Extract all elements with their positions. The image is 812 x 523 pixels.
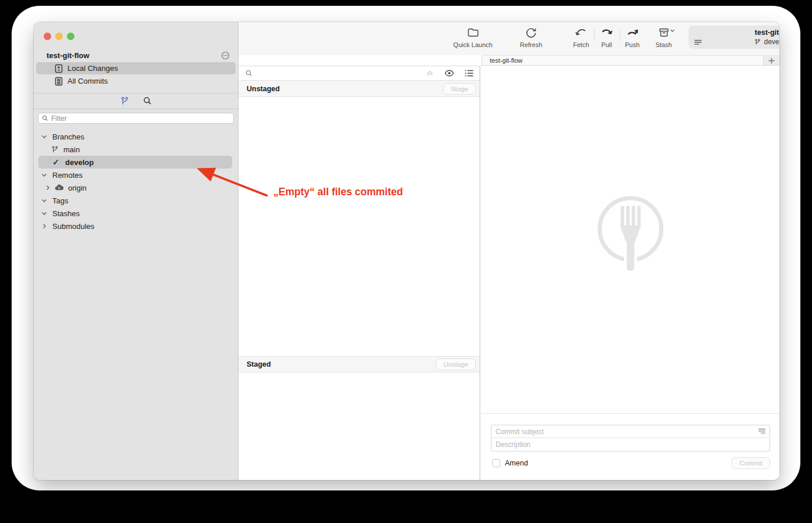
tree-group-tags[interactable]: Tags <box>34 194 238 207</box>
chevron-right-icon[interactable] <box>43 185 52 191</box>
add-tab-button[interactable] <box>763 56 779 65</box>
tree-item-origin[interactable]: origin <box>34 181 238 194</box>
amend-checkbox[interactable] <box>492 459 500 467</box>
toolbar-button-label: Quick Launch <box>453 41 492 48</box>
stash-dropdown-chevron-icon[interactable] <box>670 29 675 33</box>
tree-group-submodules[interactable]: Submodules <box>34 220 238 232</box>
stage-button[interactable]: Stage <box>443 83 476 95</box>
chevron-down-icon[interactable] <box>40 135 49 139</box>
toolbar: Quick Launch Refresh Fetch Pull <box>238 22 779 55</box>
toolbar-button-label: Stash <box>656 41 672 48</box>
amend-label: Amend <box>505 459 732 467</box>
repo-tab-strip: test-git-flow <box>482 55 779 66</box>
fetch-button[interactable]: Fetch <box>569 26 593 48</box>
chevron-down-icon[interactable] <box>40 173 49 177</box>
refresh-button[interactable]: Refresh <box>512 26 550 48</box>
tree-group-label: Remotes <box>52 171 83 180</box>
branch-filter-field[interactable] <box>38 113 234 124</box>
commit-description-input[interactable] <box>492 440 770 449</box>
stash-icon <box>658 26 669 40</box>
minimize-window-button[interactable] <box>55 33 63 40</box>
tree-group-branches[interactable]: Branches <box>34 130 238 143</box>
tree-group-label: Submodules <box>52 222 94 231</box>
sidebar-item-label: Local Changes <box>67 64 118 73</box>
branch-tree: Branches main ✓ develop Remotes or <box>34 130 238 232</box>
tree-group-label: Tags <box>52 196 68 205</box>
fork-logo-icon <box>596 193 665 286</box>
tree-group-stashes[interactable]: Stashes <box>34 207 238 220</box>
pull-button[interactable]: Pull <box>598 26 615 48</box>
filter-input[interactable] <box>51 114 230 123</box>
current-repo-title: test-git-flow <box>689 28 779 37</box>
commit-area: Amend Commit <box>482 413 779 480</box>
close-window-button[interactable] <box>44 33 51 40</box>
window-controls <box>44 33 74 40</box>
unstage-button[interactable]: Unstage <box>436 359 476 370</box>
toolbar-button-label: Refresh <box>520 41 543 48</box>
empty-state-area <box>482 66 779 413</box>
push-icon <box>626 26 639 40</box>
tree-group-label: Stashes <box>52 209 80 218</box>
commit-subject-input[interactable] <box>492 428 770 436</box>
page-background: test-git-flow Local Changes All Commits <box>0 0 812 523</box>
branch-icon <box>754 38 761 46</box>
unstaged-title: Unstaged <box>247 85 443 93</box>
search-icon <box>42 115 48 121</box>
sidebar-item-local-changes[interactable]: Local Changes <box>36 62 236 74</box>
repo-switcher-widget[interactable]: test-git-flow develop <box>689 26 779 49</box>
branches-mode-tab-icon[interactable] <box>120 96 129 106</box>
push-button[interactable]: Push <box>622 26 643 48</box>
pull-icon <box>600 26 613 40</box>
tree-item-main[interactable]: main <box>34 143 238 156</box>
tree-group-label: Branches <box>52 132 84 141</box>
all-commits-icon <box>55 77 63 86</box>
tree-group-remotes[interactable]: Remotes <box>34 169 238 181</box>
repo-tab-active[interactable]: test-git-flow <box>482 56 763 65</box>
tab-label: test-git-flow <box>490 57 522 64</box>
unstaged-file-list[interactable] <box>238 97 479 356</box>
commit-templates-icon[interactable] <box>758 428 766 435</box>
quick-launch-button[interactable]: Quick Launch <box>448 26 498 48</box>
current-branch-selector[interactable]: develop <box>689 38 779 46</box>
collapse-all-icon[interactable] <box>426 70 434 77</box>
search-mode-tab-icon[interactable] <box>143 96 152 105</box>
view-options-list-icon[interactable] <box>465 70 473 77</box>
repo-options-icon[interactable] <box>221 51 230 60</box>
chevron-right-icon[interactable] <box>40 223 49 229</box>
repo-list-icon[interactable] <box>694 40 702 45</box>
chevron-down-icon[interactable] <box>40 199 49 203</box>
sidebar: test-git-flow Local Changes All Commits <box>34 22 238 480</box>
commit-message-box <box>491 425 770 452</box>
toolbar-button-label: Push <box>625 41 639 48</box>
fork-app-window: test-git-flow Local Changes All Commits <box>34 22 779 480</box>
current-branch-name: develop <box>764 38 779 46</box>
changes-panel: Unstaged Stage Staged Unstage <box>238 66 480 480</box>
search-icon <box>245 70 252 77</box>
branch-label: develop <box>65 158 94 167</box>
preview-eye-icon[interactable] <box>444 70 454 77</box>
toolbar-button-label: Pull <box>601 41 612 48</box>
tree-item-develop[interactable]: ✓ develop <box>34 156 238 169</box>
folder-icon <box>467 26 479 40</box>
refresh-icon <box>525 26 537 40</box>
chevron-down-icon[interactable] <box>40 212 49 216</box>
sidebar-item-label: All Commits <box>67 77 108 85</box>
staged-section-header: Staged Unstage <box>238 356 479 372</box>
sidebar-item-all-commits[interactable]: All Commits <box>36 75 236 87</box>
plus-icon <box>768 58 775 64</box>
detail-panel: Amend Commit <box>482 66 779 480</box>
zoom-window-button[interactable] <box>67 33 74 40</box>
staged-title: Staged <box>247 360 436 368</box>
current-branch-check-icon: ✓ <box>51 157 60 167</box>
commit-button[interactable]: Commit <box>732 457 770 469</box>
staged-file-list[interactable] <box>238 372 479 480</box>
unstaged-section-header: Unstaged Stage <box>238 81 479 97</box>
local-changes-icon <box>55 64 63 73</box>
file-search-bar[interactable] <box>238 66 479 81</box>
divider <box>34 109 238 109</box>
remote-icon <box>55 184 63 191</box>
fetch-icon <box>574 26 588 40</box>
branch-icon <box>51 145 59 154</box>
remote-label: origin <box>68 184 87 192</box>
sidebar-repo-title: test-git-flow <box>47 51 221 60</box>
